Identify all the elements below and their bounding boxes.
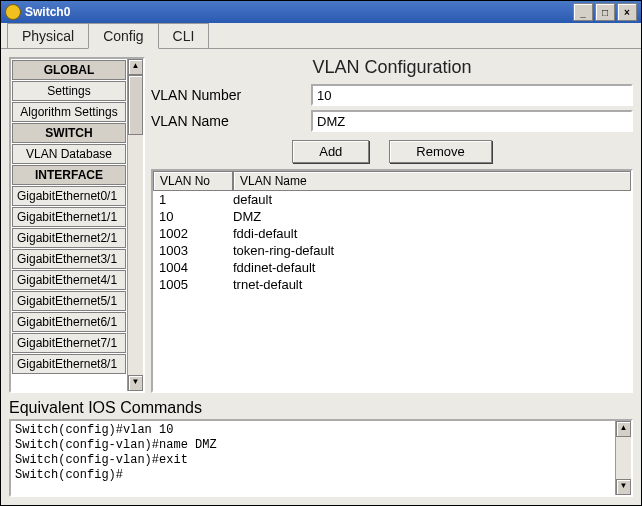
panel-title: VLAN Configuration [151,57,633,78]
vlan-name-input[interactable] [311,110,633,132]
sidebar-item-settings[interactable]: Settings [12,81,126,101]
vlan-number-label: VLAN Number [151,87,311,103]
cell-vlan-name: fddi-default [233,226,631,241]
sidebar-item-interface[interactable]: GigabitEthernet0/1 [12,186,126,206]
ios-text[interactable]: Switch(config)#vlan 10 Switch(config-vla… [11,421,615,495]
cell-vlan-name: trnet-default [233,277,631,292]
scroll-up-icon[interactable]: ▲ [616,421,631,437]
content-area: GLOBAL Settings Algorithm Settings SWITC… [1,49,641,505]
app-icon [5,4,21,20]
table-body: 1default10DMZ1002fddi-default1003token-r… [153,191,631,391]
sidebar-item-interface[interactable]: GigabitEthernet7/1 [12,333,126,353]
cell-vlan-name: fddinet-default [233,260,631,275]
vlan-number-input[interactable] [311,84,633,106]
sidebar-item-interface[interactable]: GigabitEthernet5/1 [12,291,126,311]
titlebar: Switch0 _ □ × [1,1,641,23]
vlan-name-row: VLAN Name [151,110,633,132]
sidebar-item-interface[interactable]: GigabitEthernet3/1 [12,249,126,269]
maximize-button[interactable]: □ [595,3,615,21]
table-header: VLAN No VLAN Name [153,171,631,191]
add-button[interactable]: Add [292,140,369,163]
config-sidebar: GLOBAL Settings Algorithm Settings SWITC… [9,57,145,393]
scroll-track[interactable] [128,75,143,375]
main-area: GLOBAL Settings Algorithm Settings SWITC… [9,57,633,393]
vlan-number-row: VLAN Number [151,84,633,106]
vlan-name-label: VLAN Name [151,113,311,129]
ios-title: Equivalent IOS Commands [9,399,633,417]
cell-vlan-no: 1002 [153,226,233,241]
app-window: Switch0 _ □ × Physical Config CLI GLOBAL… [0,0,642,506]
col-vlan-no[interactable]: VLAN No [153,171,233,191]
sidebar-header-switch: SWITCH [12,123,126,143]
table-row[interactable]: 1002fddi-default [153,225,631,242]
cell-vlan-name: token-ring-default [233,243,631,258]
remove-button[interactable]: Remove [389,140,491,163]
ios-section: Equivalent IOS Commands Switch(config)#v… [9,399,633,497]
cell-vlan-no: 1004 [153,260,233,275]
scroll-up-icon[interactable]: ▲ [128,59,143,75]
cell-vlan-no: 1005 [153,277,233,292]
cell-vlan-no: 1 [153,192,233,207]
table-row[interactable]: 10DMZ [153,208,631,225]
config-panel: VLAN Configuration VLAN Number VLAN Name… [151,57,633,393]
tab-physical[interactable]: Physical [7,23,89,48]
cell-vlan-name: DMZ [233,209,631,224]
window-title: Switch0 [25,5,571,19]
sidebar-item-interface[interactable]: GigabitEthernet8/1 [12,354,126,374]
table-row[interactable]: 1default [153,191,631,208]
minimize-button[interactable]: _ [573,3,593,21]
scroll-down-icon[interactable]: ▼ [616,479,631,495]
table-row[interactable]: 1005trnet-default [153,276,631,293]
sidebar-item-interface[interactable]: GigabitEthernet4/1 [12,270,126,290]
sidebar-list: GLOBAL Settings Algorithm Settings SWITC… [11,59,127,391]
vlan-table: VLAN No VLAN Name 1default10DMZ1002fddi-… [151,169,633,393]
tab-bar: Physical Config CLI [1,23,641,49]
sidebar-header-interface: INTERFACE [12,165,126,185]
sidebar-item-algorithm[interactable]: Algorithm Settings [12,102,126,122]
sidebar-item-interface[interactable]: GigabitEthernet2/1 [12,228,126,248]
tab-cli[interactable]: CLI [158,23,210,48]
sidebar-header-global: GLOBAL [12,60,126,80]
cell-vlan-no: 1003 [153,243,233,258]
table-row[interactable]: 1003token-ring-default [153,242,631,259]
ios-commands-box: Switch(config)#vlan 10 Switch(config-vla… [9,419,633,497]
table-row[interactable]: 1004fddinet-default [153,259,631,276]
sidebar-scrollbar[interactable]: ▲ ▼ [127,59,143,391]
ios-scrollbar[interactable]: ▲ ▼ [615,421,631,495]
sidebar-item-vlan-database[interactable]: VLAN Database [12,144,126,164]
scroll-thumb[interactable] [128,75,143,135]
col-vlan-name[interactable]: VLAN Name [233,171,631,191]
button-row: Add Remove [151,140,633,163]
cell-vlan-no: 10 [153,209,233,224]
tab-config[interactable]: Config [88,23,158,49]
scroll-track[interactable] [616,437,631,479]
scroll-down-icon[interactable]: ▼ [128,375,143,391]
cell-vlan-name: default [233,192,631,207]
close-button[interactable]: × [617,3,637,21]
sidebar-item-interface[interactable]: GigabitEthernet6/1 [12,312,126,332]
sidebar-item-interface[interactable]: GigabitEthernet1/1 [12,207,126,227]
